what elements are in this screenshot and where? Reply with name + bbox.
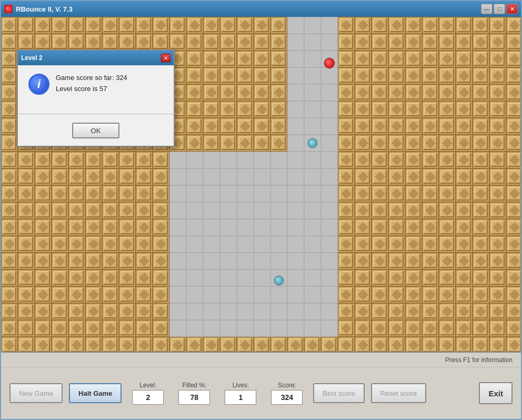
new-game-button[interactable]: New Game [9,383,63,403]
lives-stat: Lives: 1 [225,382,256,405]
lives-value: 1 [225,390,256,405]
level-score-text: Level score is 57 [56,85,127,93]
ok-button[interactable]: OK [72,123,119,138]
dialog-body: i Game score so far: 324 Level score is … [18,65,174,109]
dialog-text: Game score so far: 324 Level score is 57 [56,74,127,93]
main-window: RBounce II, V. 7.3 — □ ✕ Level 2 ✕ i [0,0,522,420]
game-score-text: Game score so far: 324 [56,74,127,82]
window-close-button[interactable]: ✕ [506,4,518,14]
svg-point-0 [6,6,11,12]
game-area: Level 2 ✕ i Game score so far: 324 Level… [1,17,521,352]
dialog-separator [18,114,174,114]
status-bar: Press F1 for information New Game Halt G… [1,352,521,419]
dialog-footer: OK [18,118,174,146]
maximize-button[interactable]: □ [494,4,505,14]
filled-value: 78 [178,390,210,405]
level-value: 2 [132,390,164,405]
title-bar-buttons: — □ ✕ [481,4,518,14]
dialog-message-row: i Game score so far: 324 Level score is … [28,74,127,95]
score-dialog: Level 2 ✕ i Game score so far: 324 Level… [17,49,175,147]
dialog-title-bar: Level 2 ✕ [18,51,174,65]
lives-label: Lives: [233,382,249,389]
minimize-button[interactable]: — [481,4,493,14]
level-label: Level: [139,382,156,389]
dialog-title: Level 2 [21,54,43,62]
score-stat: Score: 324 [271,382,303,405]
app-icon [4,5,13,13]
best-score-button[interactable]: Best score [313,383,364,403]
dialog-close-button[interactable]: ✕ [161,54,170,62]
reset-score-button[interactable]: Reset score [371,383,426,403]
exit-button[interactable]: Exit [479,382,513,404]
level-stat: Level: 2 [132,382,164,405]
title-bar-left: RBounce II, V. 7.3 [4,5,73,13]
info-icon: i [28,74,49,95]
title-bar: RBounce II, V. 7.3 — □ ✕ [1,1,521,17]
status-info-row: Press F1 for information [1,353,521,367]
dialog-overlay: Level 2 ✕ i Game score so far: 324 Level… [1,17,521,352]
window-title: RBounce II, V. 7.3 [16,5,73,13]
svg-point-1 [6,7,8,9]
controls-row: New Game Halt Game Level: 2 Filled %: 78… [1,367,521,419]
halt-game-button[interactable]: Halt Game [69,383,122,403]
score-value: 324 [271,390,303,405]
hint-text: Press F1 for information [445,356,513,364]
filled-stat: Filled %: 78 [178,382,210,405]
score-label: Score: [278,382,296,389]
filled-label: Filled %: [182,382,206,389]
